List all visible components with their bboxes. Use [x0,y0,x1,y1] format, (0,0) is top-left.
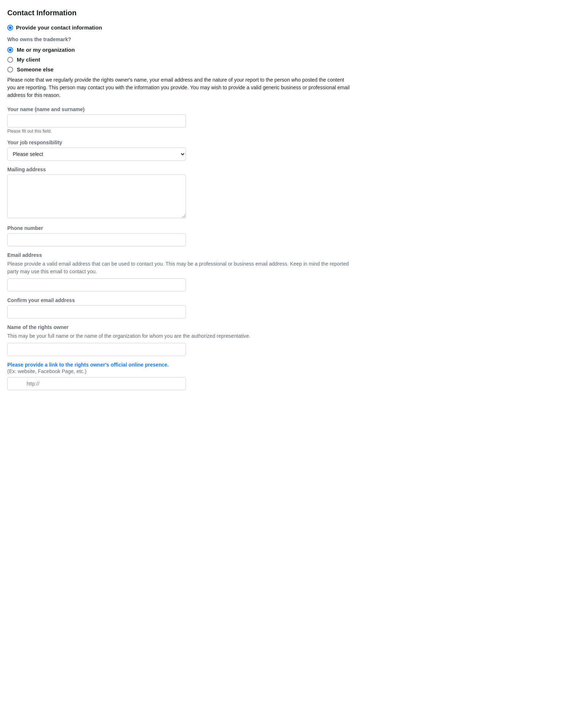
email-address-desc: Please provide a valid email address tha… [7,260,350,275]
provide-contact-section: Provide your contact information [7,24,350,31]
your-name-validation: Please fill out this field. [7,129,350,134]
option-someone-else[interactable]: Someone else [7,66,350,73]
rights-owner-name-desc: This may be your full name or the name o… [7,332,350,340]
provide-contact-label: Provide your contact information [16,24,102,31]
your-name-input[interactable] [7,114,186,128]
confirm-email-input[interactable] [7,305,186,318]
radio-me-org[interactable] [7,47,13,53]
option-my-client[interactable]: My client [7,56,350,63]
option-me-org-label: Me or my organization [17,47,75,53]
job-responsibility-select[interactable]: Please select Legal Marketing Executive … [7,148,186,161]
official-link-wrapper [7,377,186,390]
page-title: Contact Information [7,9,350,17]
trademark-question: Who owns the trademark? [7,36,350,42]
phone-number-input[interactable] [7,233,186,246]
trademark-owner-options: Me or my organization My client Someone … [7,47,350,73]
confirm-email-label: Confirm your email address [7,297,350,303]
your-name-label: Your name (name and surname) [7,106,350,112]
official-link-label: Please provide a link to the rights owne… [7,362,350,368]
rights-owner-name-input[interactable] [7,343,186,356]
provide-contact-radio[interactable] [7,25,13,31]
mailing-address-input[interactable] [7,175,186,218]
email-address-label: Email address [7,252,350,258]
mailing-address-label: Mailing address [7,167,350,172]
option-my-client-label: My client [17,56,40,63]
option-someone-else-label: Someone else [17,66,54,73]
official-link-sublabel: (Ex: website, Facebook Page, etc.) [7,368,350,374]
job-responsibility-label: Your job responsibility [7,140,350,145]
notice-text: Please note that we regularly provide th… [7,76,350,99]
option-me-org[interactable]: Me or my organization [7,47,350,53]
radio-my-client[interactable] [7,57,13,63]
email-address-input[interactable] [7,278,186,291]
radio-someone-else[interactable] [7,67,13,73]
official-link-input[interactable] [7,377,186,390]
rights-owner-name-label: Name of the rights owner [7,324,350,330]
phone-number-label: Phone number [7,225,350,231]
